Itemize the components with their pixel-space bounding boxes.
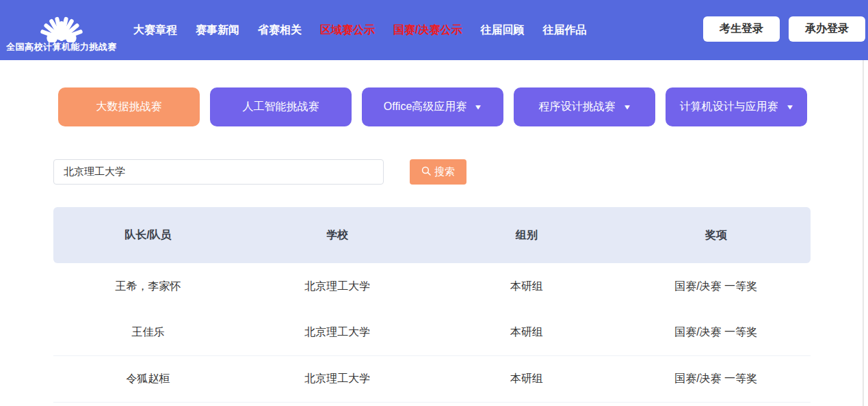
cell-award: 国赛/决赛 一等奖: [621, 372, 811, 386]
search-bar: 搜索: [53, 159, 868, 185]
cell-team: 令狐赵桓: [53, 372, 243, 386]
cell-team: 王佳乐: [53, 325, 243, 340]
candidate-login-button[interactable]: 考生登录: [703, 16, 780, 42]
nav-item-charter[interactable]: 大赛章程: [133, 23, 177, 38]
chevron-down-icon: ▼: [622, 103, 631, 111]
organizer-login-button[interactable]: 承办登录: [789, 16, 865, 42]
cell-award: 国赛/决赛 一等奖: [621, 325, 811, 340]
nav-item-regional-announcement[interactable]: 区域赛公示: [320, 23, 375, 38]
cell-school: 北京理工大学: [243, 325, 432, 340]
fan-rays-logo-icon: [26, 1, 97, 42]
column-header-school: 学校: [243, 228, 432, 243]
column-header-group: 组别: [432, 228, 622, 243]
table-row: 王佳乐 北京理工大学 本研组 国赛/决赛 一等奖: [53, 310, 811, 356]
nav-item-past-works[interactable]: 往届作品: [542, 23, 586, 38]
school-search-input[interactable]: [53, 159, 384, 185]
cell-group: 本研组: [432, 325, 622, 340]
cell-school: 北京理工大学: [243, 280, 432, 294]
search-button[interactable]: 搜索: [410, 159, 466, 185]
contest-tabs: 大数据挑战赛 人工智能挑战赛 Office高级应用赛 ▼ 程序设计挑战赛 ▼ 计…: [58, 87, 868, 126]
table-row: 王希，李家怀 北京理工大学 本研组 国赛/决赛 一等奖: [53, 263, 811, 310]
brand-title: 全国高校计算机能力挑战赛: [6, 41, 117, 53]
column-header-team: 队长/队员: [53, 228, 243, 243]
column-header-award: 奖项: [621, 228, 811, 243]
tab-label: 程序设计挑战赛: [539, 100, 616, 114]
tab-office[interactable]: Office高级应用赛 ▼: [362, 87, 503, 126]
nav-item-news[interactable]: 赛事新闻: [196, 23, 239, 38]
results-table: 队长/队员 学校 组别 奖项 王希，李家怀 北京理工大学 本研组 国赛/决赛 一…: [53, 207, 811, 403]
tab-programming[interactable]: 程序设计挑战赛 ▼: [514, 87, 655, 126]
brand-logo[interactable]: 全国高校计算机能力挑战赛: [0, 1, 123, 59]
search-button-label: 搜索: [434, 165, 455, 178]
top-navbar: 全国高校计算机能力挑战赛 大赛章程 赛事新闻 省赛相关 区域赛公示 国赛/决赛公…: [0, 0, 868, 60]
tab-ai[interactable]: 人工智能挑战赛: [210, 87, 352, 126]
tab-label: 大数据挑战赛: [96, 100, 162, 114]
login-actions: 考生登录 承办登录: [703, 16, 865, 42]
cell-school: 北京理工大学: [243, 372, 432, 386]
nav-item-past-review[interactable]: 往届回顾: [480, 23, 524, 38]
search-icon: [421, 166, 431, 178]
cell-team: 王希，李家怀: [53, 280, 243, 294]
table-row: 令狐赵桓 北京理工大学 本研组 国赛/决赛 一等奖: [53, 356, 811, 403]
chevron-down-icon: ▼: [474, 103, 483, 111]
cell-group: 本研组: [432, 280, 622, 294]
cell-award: 国赛/决赛 一等奖: [621, 280, 811, 294]
cell-group: 本研组: [432, 372, 622, 386]
chevron-down-icon: ▼: [785, 103, 794, 111]
tab-computer-design[interactable]: 计算机设计与应用赛 ▼: [666, 87, 807, 126]
tab-big-data[interactable]: 大数据挑战赛: [58, 87, 200, 126]
vertical-scrollbar-track[interactable]: [863, 60, 864, 406]
tab-label: Office高级应用赛: [384, 100, 467, 114]
table-header-row: 队长/队员 学校 组别 奖项: [53, 207, 811, 263]
nav-item-national-final-announcement[interactable]: 国赛/决赛公示: [393, 23, 462, 38]
nav-item-provincial[interactable]: 省赛相关: [258, 23, 302, 38]
main-nav: 大赛章程 赛事新闻 省赛相关 区域赛公示 国赛/决赛公示 往届回顾 往届作品: [133, 23, 586, 38]
page-content: 大数据挑战赛 人工智能挑战赛 Office高级应用赛 ▼ 程序设计挑战赛 ▼ 计…: [0, 60, 868, 403]
tab-label: 计算机设计与应用赛: [680, 100, 778, 114]
tab-label: 人工智能挑战赛: [243, 100, 319, 114]
